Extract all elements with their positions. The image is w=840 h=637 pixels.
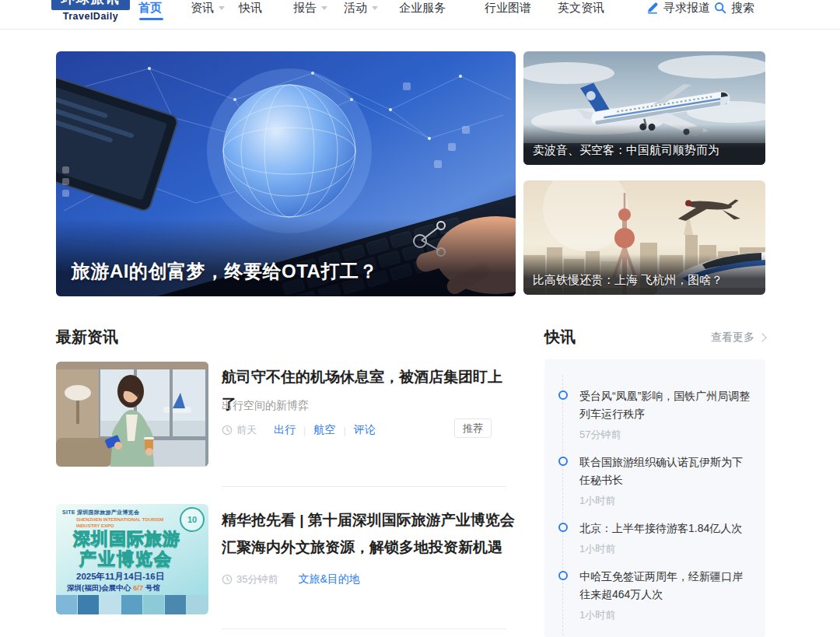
timeline-dot-icon	[558, 523, 568, 532]
list-divider	[222, 628, 506, 629]
nav-item-english[interactable]: 英文资讯	[558, 0, 604, 15]
quick-news-time: 1小时前	[579, 542, 751, 555]
expo-title-line2: 产业博览会	[79, 548, 173, 571]
tag-separator: |	[303, 425, 306, 436]
side-card-caption-overlay: 卖波音、买空客：中国航司顺势而为	[523, 124, 765, 165]
news-thumbnail-expo[interactable]: SITE 深圳国际旅游产业博览会 SHENZHEN INTERNATIONAL …	[56, 504, 208, 614]
nav-item-flash[interactable]: 快讯	[239, 0, 262, 15]
timeline-dot-icon	[558, 457, 568, 466]
quick-news-text[interactable]: 联合国旅游组织确认诺瓦伊斯为下任秘书长	[579, 453, 751, 489]
side-card-caption: 卖波音、买空客：中国航司顺势而为	[533, 143, 719, 158]
nav-item-events[interactable]: 活动	[344, 0, 378, 15]
news-meta-row: 前天 出行 | 航空 | 评论 推荐	[222, 423, 516, 437]
brand-logo-en: TravelDaily	[51, 11, 130, 22]
quick-news-heading: 快讯	[544, 327, 576, 348]
side-article-card-boeing-airbus[interactable]: 卖波音、买空客：中国航司顺势而为	[523, 51, 765, 165]
active-tab-underline	[139, 18, 163, 20]
quick-news-text[interactable]: 中哈互免签证两周年，经新疆口岸往来超464万人次	[579, 568, 751, 604]
clock-icon	[222, 574, 233, 585]
pen-icon	[646, 2, 659, 14]
hero-article-card[interactable]: 旅游AI的创富梦，终要给OTA打工？	[56, 51, 516, 296]
chevron-down-icon	[372, 6, 378, 10]
expo-anniversary-badge: 10	[180, 507, 205, 532]
quick-news-item: 联合国旅游组织确认诺瓦伊斯为下任秘书长 1小时前	[558, 453, 751, 507]
tag-link[interactable]: 航空	[313, 423, 335, 437]
list-divider	[222, 486, 506, 487]
hero-title[interactable]: 旅游AI的创富梦，终要给OTA打工？	[72, 259, 378, 284]
arrow-right-icon	[758, 333, 766, 341]
tag-link[interactable]: 评论	[354, 423, 376, 437]
nav-item-news[interactable]: 资讯	[191, 0, 225, 15]
quick-news-item: 受台风“凤凰”影响，国铁广州局调整列车运行秩序 57分钟前	[558, 387, 751, 441]
seek-report-button[interactable]: 寻求报道	[646, 0, 710, 15]
tag-link[interactable]: 出行	[274, 423, 296, 437]
search-button[interactable]: 搜索	[714, 0, 754, 15]
expo-poster-image: SITE 深圳国际旅游产业博览会 SHENZHEN INTERNATIONAL …	[56, 504, 208, 614]
news-title[interactable]: 精华抢先看 | 第十届深圳国际旅游产业博览会 汇聚海内外文旅资源，解锁多地投资新…	[222, 506, 516, 561]
latest-news-heading: 最新资讯	[56, 327, 118, 348]
expo-site-logo: SITE 深圳国际旅游产业博览会	[62, 509, 139, 516]
news-thumbnail-lounge[interactable]	[56, 362, 208, 467]
clock-icon	[222, 425, 233, 436]
nav-item-reports[interactable]: 报告	[293, 0, 327, 15]
expo-photo-strip	[56, 595, 208, 614]
tag-link[interactable]: 文旅&目的地	[298, 572, 359, 586]
quick-news-text[interactable]: 北京：上半年接待游客1.84亿人次	[579, 520, 751, 537]
quick-news-text[interactable]: 受台风“凤凰”影响，国铁广州局调整列车运行秩序	[579, 387, 751, 423]
side-article-card-shanghai-hangzhou[interactable]: 比高铁慢还贵：上海 飞杭州，图啥？	[523, 180, 765, 295]
quick-news-header: 快讯 查看更多	[544, 327, 765, 348]
expo-date: 2025年11月14日-16日	[76, 571, 164, 583]
quick-news-list: 受台风“凤凰”影响，国铁广州局调整列车运行秩序 57分钟前 联合国旅游组织确认诺…	[558, 387, 751, 637]
chevron-down-icon	[219, 6, 225, 10]
chevron-down-icon	[321, 6, 327, 10]
quick-news-item: 北京：上半年接待游客1.84亿人次 1小时前	[558, 520, 751, 555]
top-navbar: 环球旅讯 TravelDaily 首页 资讯 快讯 报告 活动 企业服务 行业图…	[0, 0, 840, 30]
news-subtitle: 出行空间的新博弈	[222, 399, 309, 413]
timeline-dot-icon	[558, 571, 568, 580]
hero-caption-overlay: 旅游AI的创富梦，终要给OTA打工？	[56, 219, 516, 296]
quick-news-card: 受台风“凤凰”影响，国铁广州局调整列车运行秩序 57分钟前 联合国旅游组织确认诺…	[544, 359, 765, 637]
view-more-link[interactable]: 查看更多	[711, 331, 765, 345]
quick-news-time: 57分钟前	[579, 428, 751, 441]
quick-news-text[interactable]: 南航A350飞机将可空中上网	[579, 634, 751, 637]
side-card-caption: 比高铁慢还贵：上海 飞杭州，图啥？	[533, 273, 723, 288]
airport-lounge-image	[56, 362, 208, 467]
publish-time: 35分钟前	[222, 572, 278, 586]
quick-news-time: 1小时前	[579, 608, 751, 621]
search-icon	[714, 2, 726, 14]
nav-item-services[interactable]: 企业服务	[399, 0, 446, 15]
quick-news-time: 1小时前	[579, 494, 751, 507]
news-meta-row: 35分钟前 文旅&目的地	[222, 572, 516, 586]
nav-item-industry-map[interactable]: 行业图谱	[485, 0, 531, 15]
publish-time: 前天	[222, 423, 257, 437]
recommend-badge: 推荐	[454, 418, 492, 438]
side-card-caption-overlay: 比高铁慢还贵：上海 飞杭州，图啥？	[523, 254, 765, 295]
quick-news-item: 南航A350飞机将可空中上网	[558, 634, 751, 637]
expo-venue: 深圳(福田)会展中心 6/7 号馆	[67, 583, 160, 593]
brand-logo[interactable]: 环球旅讯	[51, 0, 130, 10]
timeline-dot-icon	[558, 390, 568, 400]
tag-separator: |	[343, 425, 345, 436]
quick-news-item: 中哈互免签证两周年，经新疆口岸往来超464万人次 1小时前	[558, 568, 751, 621]
nav-item-home[interactable]: 首页	[138, 0, 162, 15]
page: 环球旅讯 TravelDaily 首页 资讯 快讯 报告 活动 企业服务 行业图…	[0, 0, 840, 637]
